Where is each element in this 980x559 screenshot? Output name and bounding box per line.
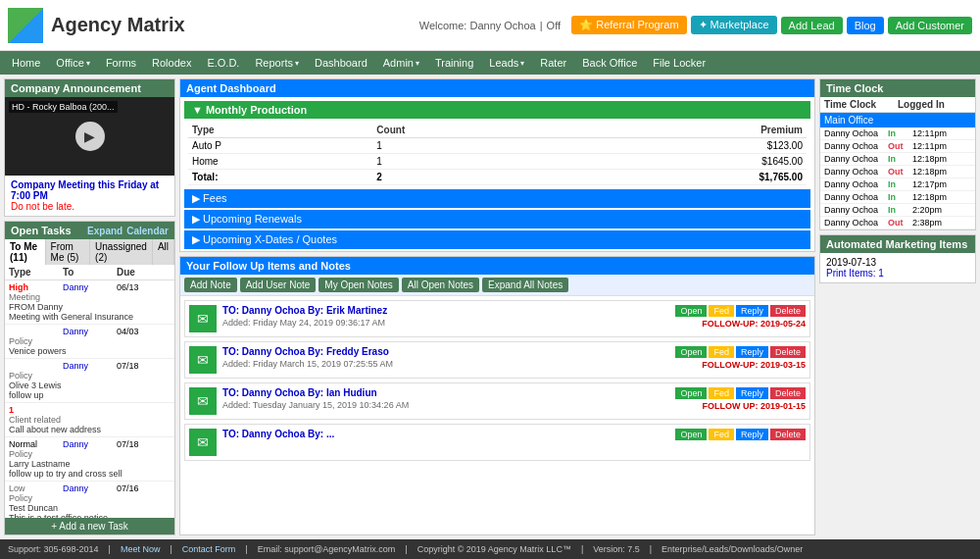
list-item: Danny Ochoa Out 12:18pm: [820, 166, 975, 178]
agent-dashboard-header: Agent Dashboard: [180, 79, 814, 97]
reply-button[interactable]: Reply: [736, 305, 768, 317]
nav-leads[interactable]: Leads ▾: [481, 54, 532, 72]
list-item: Danny Ochoa In 12:17pm: [820, 178, 975, 191]
expand-link[interactable]: Expand: [87, 226, 122, 236]
add-user-note-button[interactable]: Add User Note: [240, 278, 317, 292]
table-row: Home 1 $1645.00: [188, 154, 807, 170]
list-item[interactable]: Low Danny 07/16 Policy Test Duncan This …: [5, 482, 174, 518]
list-item: Danny Ochoa In 2:20pm: [820, 204, 975, 217]
list-item[interactable]: Danny 07/18 Policy Olive 3 Lewis follow …: [5, 359, 174, 403]
nav-eod[interactable]: E.O.D.: [199, 54, 247, 72]
tab-from-me[interactable]: From Me (5): [46, 239, 91, 265]
list-item[interactable]: Danny 04/03 Policy Venice powers: [5, 325, 174, 359]
add-lead-button[interactable]: Add Lead: [781, 17, 843, 34]
video-label: HD - Rocky Balboa (200...: [9, 101, 118, 113]
reply-button[interactable]: Reply: [736, 387, 768, 399]
delete-button[interactable]: Delete: [770, 429, 806, 440]
renewals-toggle[interactable]: ▶ Upcoming Renewals: [184, 210, 810, 229]
tasks-header: Open Tasks Expand Calendar: [5, 222, 174, 239]
add-note-button[interactable]: Add Note: [184, 278, 237, 292]
note-title: TO: Danny Ochoa By: ...: [222, 429, 669, 439]
note-title: TO: Danny Ochoa By: Ian Hudiun: [222, 387, 669, 398]
tab-to-me[interactable]: To Me (11): [5, 239, 46, 265]
list-item: Danny Ochoa In 12:11pm: [820, 127, 975, 140]
list-item[interactable]: 1 Client related Call about new address: [5, 403, 174, 437]
left-panel: Company Announcement HD - Rocky Balboa (…: [4, 78, 175, 535]
add-customer-button[interactable]: Add Customer: [888, 17, 972, 34]
referral-program-button[interactable]: ⭐ Referral Program: [571, 16, 686, 34]
version: Version: 7.5: [593, 544, 640, 554]
play-button[interactable]: ▶: [75, 122, 105, 151]
fed-button[interactable]: Fed: [709, 305, 734, 317]
marketplace-button[interactable]: ✦ Marketplace: [691, 16, 777, 34]
my-open-notes-button[interactable]: My Open Notes: [318, 278, 398, 292]
nav-admin[interactable]: Admin ▾: [375, 54, 427, 72]
open-button[interactable]: Open: [675, 346, 707, 358]
followup-date: FOLLOW UP: 2019-01-15: [702, 401, 806, 411]
note-content: TO: Danny Ochoa By: Ian Hudiun Added: Tu…: [222, 387, 669, 415]
delete-button[interactable]: Delete: [770, 305, 806, 317]
nav-back-office[interactable]: Back Office: [574, 54, 645, 72]
tab-all[interactable]: All: [153, 239, 174, 265]
chevron-down-icon: ▾: [520, 59, 524, 68]
app-title: Agency Matrix: [51, 14, 185, 36]
list-item[interactable]: High Danny 06/13 Meeting FROM Danny Meet…: [5, 280, 174, 325]
reply-button[interactable]: Reply: [736, 346, 768, 358]
announcement-header: Company Announcement: [5, 79, 174, 97]
path: Enterprise/Leads/Downloads/Owner: [662, 544, 803, 554]
main-content: Company Announcement HD - Rocky Balboa (…: [0, 75, 980, 539]
blog-button[interactable]: Blog: [847, 17, 884, 34]
nav-home[interactable]: Home: [4, 54, 48, 72]
note-added: Added: Tuesday January 15, 2019 10:34:26…: [222, 400, 669, 410]
delete-button[interactable]: Delete: [770, 346, 806, 358]
marketing-print[interactable]: Print Items: 1: [826, 268, 969, 279]
open-button[interactable]: Open: [675, 305, 707, 317]
table-row: Auto P 1 $123.00: [188, 138, 807, 154]
list-item: ✉ TO: Danny Ochoa By: Ian Hudiun Added: …: [184, 382, 810, 420]
fed-button[interactable]: Fed: [709, 346, 734, 358]
all-open-notes-button[interactable]: All Open Notes: [402, 278, 479, 292]
nav-reports[interactable]: Reports ▾: [247, 54, 307, 72]
email-icon: ✉: [189, 387, 217, 415]
chevron-down-icon: ▾: [295, 59, 299, 68]
note-actions: Open Fed Reply Delete: [675, 346, 806, 358]
monthly-production-toggle[interactable]: ▼ Monthly Production: [184, 101, 810, 119]
list-item[interactable]: Normal Danny 07/18 Policy Larry Lastname…: [5, 437, 174, 482]
nav-training[interactable]: Training: [427, 54, 481, 72]
open-button[interactable]: Open: [675, 387, 707, 399]
nav-rater[interactable]: Rater: [532, 54, 574, 72]
list-item: Danny Ochoa In 12:18pm: [820, 153, 975, 166]
video-thumbnail[interactable]: HD - Rocky Balboa (200... ▶: [5, 97, 174, 176]
open-button[interactable]: Open: [675, 429, 707, 440]
meet-now-link[interactable]: Meet Now: [121, 544, 161, 554]
reply-button[interactable]: Reply: [736, 429, 768, 440]
fed-button[interactable]: Fed: [709, 387, 734, 399]
nav-bar: Home Office ▾ Forms Rolodex E.O.D. Repor…: [0, 51, 980, 75]
add-task-button[interactable]: + Add a new Task: [5, 518, 174, 534]
tab-unassigned[interactable]: Unassigned (2): [90, 239, 153, 265]
separator: |: [540, 20, 543, 31]
col-type: Type: [9, 267, 63, 278]
announcement-text: Company Meeting this Friday at 7:00 PM D…: [5, 176, 174, 216]
calendar-link[interactable]: Calendar: [126, 226, 169, 236]
nav-rolodex[interactable]: Rolodex: [144, 54, 199, 72]
time-clock-columns: Time Clock Logged In: [820, 97, 975, 113]
xdates-toggle[interactable]: ▶ Upcoming X-Dates / Quotes: [184, 230, 810, 249]
copyright: Copyright © 2019 Agency Matrix LLC™: [417, 544, 571, 554]
fees-toggle[interactable]: ▶ Fees: [184, 189, 810, 208]
separator: |: [650, 544, 652, 554]
nav-office[interactable]: Office ▾: [48, 54, 98, 72]
table-row-total: Total: 2 $1,765.00: [188, 170, 807, 185]
nav-dashboard[interactable]: Dashboard: [307, 54, 375, 72]
header-right: Welcome: Danny Ochoa | Off ⭐ Referral Pr…: [419, 16, 972, 34]
nav-file-locker[interactable]: File Locker: [645, 54, 713, 72]
contact-form-link[interactable]: Contact Form: [182, 544, 236, 554]
email-icon: ✉: [189, 305, 217, 332]
fed-button[interactable]: Fed: [709, 429, 734, 440]
col-due: Due: [117, 267, 171, 278]
delete-button[interactable]: Delete: [770, 387, 806, 399]
nav-forms[interactable]: Forms: [98, 54, 144, 72]
agent-dashboard-panel: Agent Dashboard ▼ Monthly Production Typ…: [179, 78, 815, 252]
expand-all-notes-button[interactable]: Expand All Notes: [482, 278, 568, 292]
off-label: Off: [547, 20, 561, 31]
